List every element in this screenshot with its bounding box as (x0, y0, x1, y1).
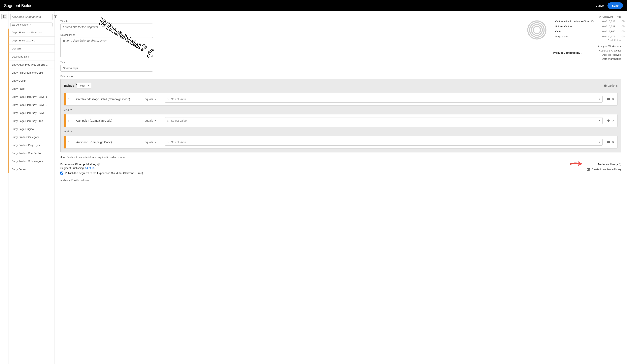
metric-row: Unique Visitors 0 of 10,528 0% (553, 25, 621, 28)
audience-window-label: Audience Creation Window (60, 179, 143, 182)
main-content: Whaaaaaa? { ➤ Claravine - Prod Title ✱ D… (55, 11, 627, 364)
cancel-button[interactable]: Cancel (596, 4, 604, 7)
logic-operator-dropdown[interactable]: And (64, 106, 618, 114)
publishing-section: Experience Cloud publishing i Segment Pu… (60, 163, 143, 182)
drag-handle-icon[interactable]: ⋮⋮ (67, 141, 72, 144)
rule-value-dropdown[interactable]: Select Value (165, 96, 603, 103)
rule-row[interactable]: ⋮⋮ Campaign (Campaign Code) equals Selec… (64, 114, 618, 127)
rule-remove-button[interactable]: × (612, 97, 614, 101)
rule-operator-dropdown[interactable]: equals (145, 119, 161, 122)
info-icon[interactable]: i (581, 52, 583, 54)
svg-line-3 (14, 17, 15, 18)
metric-percent: 0% (617, 20, 626, 23)
rule-settings-button[interactable] (607, 97, 610, 101)
metric-value: 0 of 10,522 (597, 20, 615, 23)
dimension-item[interactable]: Entry Page Hierarchy - Level 3 (8, 109, 54, 117)
report-suite-selector[interactable]: Claravine - Prod (60, 15, 621, 18)
publishing-title: Experience Cloud publishing i (60, 163, 143, 166)
tags-input[interactable] (60, 65, 153, 72)
scope-dropdown[interactable]: Visit (77, 83, 91, 89)
metric-row: Visitors with Experience Cloud ID 0 of 1… (553, 20, 621, 23)
metric-row: Visits 0 of 12,865 0% (553, 30, 621, 33)
metric-percent: 0% (617, 30, 626, 33)
top-actions: Cancel Save (596, 2, 623, 9)
dimension-item[interactable]: Entry Product Category (8, 133, 54, 141)
dimension-list[interactable]: Days Since Last PurchaseDays Since Last … (8, 29, 54, 364)
dimension-item[interactable]: Days Since Last Purchase (8, 29, 54, 37)
dimension-item[interactable]: Entry Page Hierarchy - Top (8, 117, 54, 125)
rule-value-dropdown[interactable]: Select Value (165, 117, 603, 124)
rule-row[interactable]: ⋮⋮ Audience. (Campaign Code) equals Sele… (64, 136, 618, 149)
dimension-item[interactable]: Domain (8, 45, 54, 53)
rule-row[interactable]: ⋮⋮ Creative/Message Detail (Campaign Cod… (64, 93, 618, 106)
svg-rect-4 (12, 24, 15, 24)
dimension-item[interactable]: Entry Full URL (sans QSP) (8, 69, 54, 77)
rule-dimension-name: Creative/Message Detail (Campaign Code) (76, 97, 141, 101)
rule-remove-button[interactable]: × (612, 140, 614, 144)
metric-row: Page Views 0 of 20,577 0% (553, 35, 621, 38)
metric-label: Visitors with Experience Cloud ID (555, 20, 595, 23)
dimension-item[interactable]: Days Since Last Visit (8, 37, 54, 45)
publish-checkbox[interactable] (60, 172, 63, 175)
preview-metrics: Visitors with Experience Cloud ID 0 of 1… (553, 20, 621, 38)
options-button[interactable]: Options (603, 84, 618, 87)
rule-operator-dropdown[interactable]: equals (145, 97, 161, 101)
svg-point-10 (533, 26, 540, 34)
compatibility-item: Ad Hoc Analysis (598, 53, 621, 57)
metric-value: 0 of 12,865 (597, 30, 615, 33)
description-input[interactable] (60, 37, 153, 57)
dimension-item[interactable]: Entry Page Hierarchy - Level 1 (8, 93, 54, 101)
dimension-item[interactable]: Download Link (8, 53, 54, 61)
search-components[interactable] (10, 14, 52, 20)
dimension-item[interactable]: Entry Page (8, 85, 54, 93)
logic-operator-dropdown[interactable]: And (64, 127, 618, 136)
stack-icon (598, 16, 601, 18)
required-fields-note: ✱ All fields with an asterisk are requir… (60, 156, 621, 159)
info-icon[interactable]: i (97, 163, 100, 166)
search-input[interactable] (15, 15, 51, 18)
save-button[interactable]: Save (608, 2, 623, 9)
svg-rect-6 (12, 25, 15, 26)
dimension-item[interactable]: Entry Attempted URL on Erro... (8, 61, 54, 69)
svg-rect-1 (3, 15, 4, 18)
compatibility-item: Analysis Workspace (598, 45, 621, 49)
metric-label: Page Views (555, 35, 595, 38)
rule-operator-dropdown[interactable]: equals (145, 140, 161, 144)
metric-percent: 0% (617, 35, 626, 38)
dimension-item[interactable]: Entry Product Page Type (8, 141, 54, 149)
publish-checkbox-row[interactable]: Publish this segment to the Experience C… (60, 172, 143, 175)
page-title: Segment Builder (4, 3, 34, 8)
gear-icon (607, 119, 610, 122)
red-arrow-annotation (569, 160, 583, 166)
dimension-item[interactable]: Entry OERM (8, 77, 54, 85)
dimension-item[interactable]: Entry Page Original (8, 125, 54, 133)
chip-remove-icon[interactable]: × (30, 23, 32, 26)
drag-handle-icon[interactable]: ⋮⋮ (67, 119, 72, 122)
rule-settings-button[interactable] (607, 119, 610, 123)
rule-value-dropdown[interactable]: Select Value (165, 139, 603, 146)
top-bar: Segment Builder Cancel Save (0, 0, 627, 11)
rule-remove-button[interactable]: × (612, 119, 614, 123)
title-input[interactable] (60, 24, 153, 30)
rail-toggle-column (0, 11, 8, 364)
components-sidebar: Dimensions × Days Since Last PurchaseDay… (8, 11, 55, 364)
metric-label: Unique Visitors (555, 25, 595, 28)
rule-settings-button[interactable] (607, 140, 610, 144)
dimension-icon (12, 24, 15, 26)
dimension-item[interactable]: Entry Page Hierarchy - Level 2 (8, 101, 54, 109)
rule-dimension-name: Audience. (Campaign Code) (76, 140, 141, 144)
dimension-item[interactable]: Entry Product Site Section (8, 149, 54, 157)
dimension-item[interactable]: Entry Server (8, 165, 54, 173)
search-icon (12, 15, 15, 18)
info-icon[interactable]: i (619, 163, 621, 166)
dimension-item[interactable]: Entry Product Subcategory (8, 157, 54, 165)
drag-handle-icon[interactable]: ⋮⋮ (67, 98, 72, 100)
audience-library-section: Audience library i Create in audience li… (587, 163, 621, 171)
panel-icon (3, 15, 6, 18)
title-label: Title ✱ (60, 20, 153, 23)
create-audience-button[interactable]: Create in audience library (587, 168, 621, 171)
dimensions-filter-chip[interactable]: Dimensions × (10, 23, 52, 27)
rail-toggle-button[interactable] (1, 14, 7, 19)
include-label: Include (64, 84, 74, 87)
svg-line-12 (588, 168, 590, 170)
